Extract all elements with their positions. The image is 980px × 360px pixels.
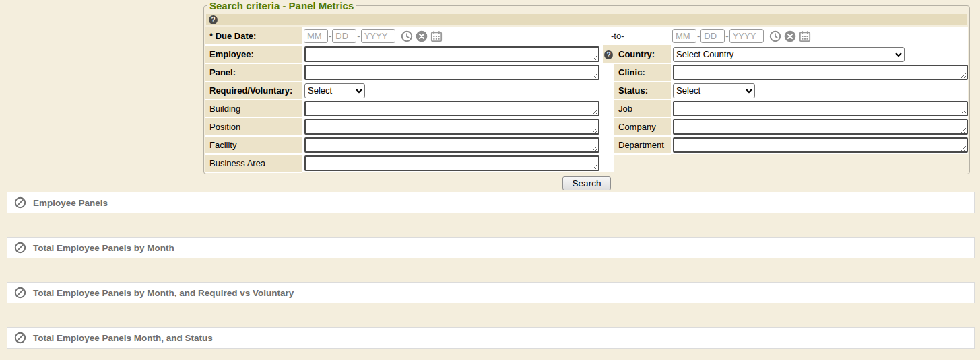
criteria-table: * Due Date: - - — [205, 27, 968, 173]
position-label: Position — [205, 118, 302, 136]
country-help-icon[interactable]: ? — [604, 50, 613, 59]
position-input[interactable] — [304, 119, 599, 135]
disabled-icon — [14, 287, 26, 299]
due-date-from-day-input[interactable] — [332, 29, 356, 43]
department-label: Department — [614, 136, 671, 154]
section-employee-panels[interactable]: Employee Panels — [7, 192, 975, 213]
row-business-area: Business Area — [205, 154, 968, 172]
company-label: Company — [614, 118, 671, 136]
date-separator: - — [357, 31, 360, 41]
employee-label: Employee: — [205, 45, 302, 63]
facility-label: Facility — [205, 136, 302, 154]
due-date-from-group: - - — [304, 29, 601, 43]
disabled-icon — [14, 196, 26, 209]
business-area-input[interactable] — [304, 155, 599, 171]
section-total-panels-required-vs-voluntary[interactable]: Total Employee Panels by Month, and Requ… — [7, 282, 975, 303]
due-date-to-day-input[interactable] — [700, 29, 725, 43]
time-icon[interactable] — [401, 30, 413, 42]
time-icon[interactable] — [769, 30, 781, 42]
section-label: Total Employee Panels by Month, and Requ… — [33, 288, 294, 298]
help-bar: ? — [206, 14, 967, 25]
clear-date-icon[interactable] — [784, 30, 796, 42]
date-separator: - — [725, 31, 728, 41]
section-label: Total Employee Panels Month, and Status — [33, 333, 213, 343]
clear-date-icon[interactable] — [416, 30, 428, 42]
due-date-label: * Due Date: — [205, 27, 302, 45]
page-title: Search criteria - Panel Metrics — [207, 0, 356, 11]
company-input[interactable] — [673, 119, 968, 135]
row-employee-country: Employee: ? Country: Select Country — [205, 45, 968, 63]
section-total-panels-month-status[interactable]: Total Employee Panels Month, and Status — [7, 327, 975, 349]
disabled-icon — [14, 242, 26, 254]
job-input[interactable] — [673, 101, 968, 116]
disabled-icon — [14, 332, 26, 344]
required-voluntary-select[interactable]: Select — [304, 83, 365, 98]
search-button-row: Search — [203, 176, 970, 190]
date-separator: - — [697, 31, 700, 41]
row-panel-clinic: Panel: Clinic: — [205, 63, 968, 81]
status-label: Status: — [614, 81, 671, 100]
country-label: Country: — [614, 45, 671, 63]
section-label: Total Employee Panels by Month — [33, 243, 174, 253]
clinic-input[interactable] — [673, 65, 968, 80]
search-button[interactable]: Search — [562, 176, 612, 190]
status-select[interactable]: Select — [673, 83, 755, 98]
search-criteria-panel: Search criteria - Panel Metrics ? * Due … — [203, 0, 970, 174]
building-input[interactable] — [304, 101, 599, 116]
to-label: -to- — [603, 27, 671, 45]
due-date-to-group: - - — [672, 29, 967, 43]
department-input[interactable] — [673, 137, 968, 153]
panel-label: Panel: — [205, 63, 302, 81]
row-facility-department: Facility Department — [205, 136, 968, 154]
job-label: Job — [614, 100, 671, 118]
date-separator: - — [329, 31, 331, 41]
employee-input[interactable] — [304, 46, 599, 62]
section-total-panels-by-month[interactable]: Total Employee Panels by Month — [7, 237, 975, 258]
facility-input[interactable] — [304, 137, 599, 153]
due-date-from-year-input[interactable] — [361, 29, 395, 43]
clinic-label: Clinic: — [614, 63, 671, 81]
required-voluntary-label: Required/Voluntary: — [205, 81, 302, 100]
help-icon[interactable]: ? — [209, 15, 218, 24]
row-due-date: * Due Date: - - — [205, 27, 968, 45]
row-building-job: Building Job — [205, 100, 968, 118]
country-select[interactable]: Select Country — [673, 47, 905, 62]
due-date-from-month-input[interactable] — [304, 29, 328, 43]
section-label: Employee Panels — [33, 198, 108, 208]
row-required-status: Required/Voluntary: Select Status: Selec… — [205, 81, 968, 100]
building-label: Building — [205, 100, 302, 118]
panel-input[interactable] — [304, 65, 599, 80]
calendar-icon[interactable] — [799, 30, 811, 42]
calendar-icon[interactable] — [430, 30, 443, 42]
due-date-to-year-input[interactable] — [729, 29, 764, 43]
business-area-label: Business Area — [205, 154, 302, 172]
due-date-to-month-input[interactable] — [672, 29, 696, 43]
row-position-company: Position Company — [205, 118, 968, 136]
search-criteria-fieldset: Search criteria - Panel Metrics ? * Due … — [203, 0, 970, 174]
